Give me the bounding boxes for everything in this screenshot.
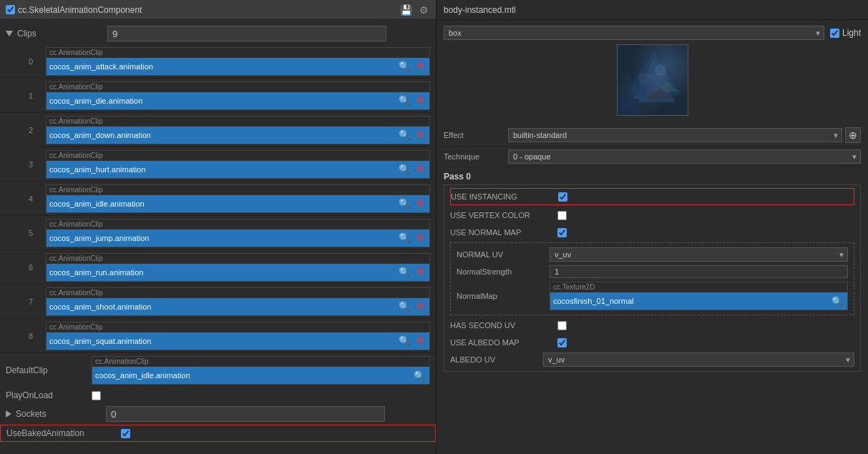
effect-add-btn[interactable]: ⊕ [845,127,861,143]
shape-select[interactable]: box sphere cylinder [444,26,824,40]
anim-delete-btn[interactable]: 🗑 [414,232,426,243]
use-normal-map-checkbox[interactable] [557,228,567,237]
sockets-triangle[interactable] [6,410,11,418]
anim-delete-btn[interactable]: 🗑 [414,267,426,277]
list-item: 5 cc.AnimationClip cocos_anim_jump.anima… [0,216,436,250]
anim-field: cc.AnimationClip cocos_anim_jump.animati… [46,219,430,247]
clips-triangle[interactable] [6,31,13,36]
anim-delete-btn[interactable]: 🗑 [414,198,426,209]
anim-locate-btn[interactable]: 🔍 [397,129,411,140]
effect-select[interactable]: builtin-standard [508,128,842,142]
list-item: 1 cc.AnimationClip cocos_anim_die.animat… [0,79,436,113]
default-clip-row: DefaultClip cc.AnimationClip cocos_anim_… [0,353,436,388]
right-content: box sphere cylinder ▼ Light [437,20,868,454]
anim-locate-btn[interactable]: 🔍 [397,61,411,71]
svg-rect-5 [632,84,646,95]
anim-delete-btn[interactable]: 🗑 [414,164,426,174]
use-baked-label: UseBakedAnimation [6,428,121,438]
anim-locate-btn[interactable]: 🔍 [397,301,411,312]
anim-type-tag: cc.AnimationClip [47,288,429,298]
normal-uv-select[interactable]: v_uv v_uv1 [550,247,848,262]
anim-locate-btn[interactable]: 🔍 [397,198,411,209]
anim-field: cc.AnimationClip cocos_anim_die.animatio… [46,82,430,110]
normal-uv-row: NORMAL UV v_uv v_uv1 ▼ [457,246,848,263]
left-panel: cc.SkeletalAnimationComponent 💾 ⚙ Clips … [0,0,437,454]
albedo-uv-select-wrapper: v_uv v_uv1 ▼ [543,352,854,367]
anim-name-row: cocos_anim_die.animation 🔍 🗑 [47,92,429,109]
settings-icon-btn[interactable]: ⚙ [418,4,430,16]
default-clip-field: cc.AnimationClip cocos_anim_idle.animati… [92,356,430,385]
effect-row: Effect builtin-standard ▼ ⊕ [444,124,861,147]
has-second-uv-checkbox[interactable] [557,321,567,330]
technique-row: Technique 0 - opaque ▼ [444,147,861,167]
normal-map-label: NormalMap [457,292,550,300]
anim-field: cc.AnimationClip cocos_anim_shoot.animat… [46,287,430,316]
anim-name-row: cocos_anim_squat.animation 🔍 🗑 [47,332,429,350]
clips-count-input[interactable] [107,26,386,41]
anim-actions: 🔍 🗑 [397,232,426,243]
preview-controls: box sphere cylinder ▼ Light [444,26,861,40]
anim-field: cc.AnimationClip cocos_anim_attack.anima… [46,47,430,76]
has-second-uv-row: HAS SECOND UV [450,317,854,334]
anim-actions: 🔍 🗑 [397,95,426,106]
default-clip-type: cc.AnimationClip [92,357,429,367]
anim-type-tag: cc.AnimationClip [47,185,429,195]
save-icon-btn[interactable]: 💾 [399,4,414,16]
anim-locate-btn[interactable]: 🔍 [397,232,411,243]
svg-marker-1 [632,59,675,102]
anim-field: cc.AnimationClip cocos_anim_hurt.animati… [46,150,430,179]
use-vertex-color-checkbox[interactable] [557,211,567,220]
anim-locate-btn[interactable]: 🔍 [397,335,411,346]
anim-name-row: cocos_anim_idle.animation 🔍 🗑 [47,195,429,212]
anim-delete-btn[interactable]: 🗑 [414,335,426,346]
preview-image [617,44,688,116]
anim-actions: 🔍 🗑 [397,198,426,209]
anim-index: 6 [29,263,43,272]
anim-delete-btn[interactable]: 🗑 [414,129,426,140]
anim-index: 0 [29,57,43,66]
use-albedo-map-label: USE ALBEDO MAP [450,338,557,347]
anim-actions: 🔍 🗑 [397,335,426,346]
normal-map-locate-btn[interactable]: 🔍 [830,296,844,307]
anim-index: 8 [29,332,43,340]
pass-section: USE INSTANCING USE VERTEX COLOR USE NORM… [444,184,861,372]
anim-name: cocos_anim_jump.animation [49,234,149,242]
default-clip-locate-btn[interactable]: 🔍 [412,370,426,381]
svg-marker-2 [625,52,682,95]
anim-delete-btn[interactable]: 🗑 [414,301,426,312]
component-header-icons: 💾 ⚙ [399,4,430,16]
anim-name: cocos_anim_down.animation [49,131,151,139]
anim-delete-btn[interactable]: 🗑 [414,61,426,71]
use-instancing-checkbox[interactable] [558,192,567,202]
anim-type-tag: cc.AnimationClip [47,322,429,332]
technique-select[interactable]: 0 - opaque [508,149,861,164]
effect-select-wrapper: builtin-standard ▼ [508,128,842,142]
anim-name-row: cocos_anim_run.animation 🔍 🗑 [47,264,429,281]
anim-actions: 🔍 🗑 [397,267,426,277]
anim-actions: 🔍 🗑 [397,61,426,71]
anim-name: cocos_anim_attack.animation [49,62,153,71]
anim-locate-btn[interactable]: 🔍 [397,164,411,174]
anim-locate-btn[interactable]: 🔍 [397,95,411,106]
albedo-uv-select[interactable]: v_uv v_uv1 [543,352,854,367]
playonload-checkbox[interactable] [92,391,101,400]
anim-type-tag: cc.AnimationClip [47,219,429,230]
playonload-row: PlayOnLoad [0,388,436,403]
component-enabled-checkbox[interactable] [6,5,15,14]
normal-strength-input[interactable] [550,265,848,278]
sockets-count-input[interactable] [106,406,385,422]
use-albedo-map-checkbox[interactable] [557,338,567,347]
component-name: cc.SkeletalAnimationComponent [18,5,142,15]
technique-label: Technique [444,152,508,161]
anim-delete-btn[interactable]: 🗑 [414,95,426,106]
light-checkbox[interactable] [830,29,839,38]
normal-map-name-row: cocosfinish_01_normal 🔍 [550,292,847,310]
svg-rect-0 [618,45,688,116]
anim-locate-btn[interactable]: 🔍 [397,267,411,277]
use-albedo-map-row: USE ALBEDO MAP [450,334,854,351]
list-item: 2 cc.AnimationClip cocos_anim_down.anima… [0,113,436,147]
use-instancing-row: USE INSTANCING [450,188,854,205]
list-item: 3 cc.AnimationClip cocos_anim_hurt.anima… [0,147,436,182]
use-baked-checkbox[interactable] [121,429,130,438]
anim-name: cocos_anim_idle.animation [49,199,145,208]
